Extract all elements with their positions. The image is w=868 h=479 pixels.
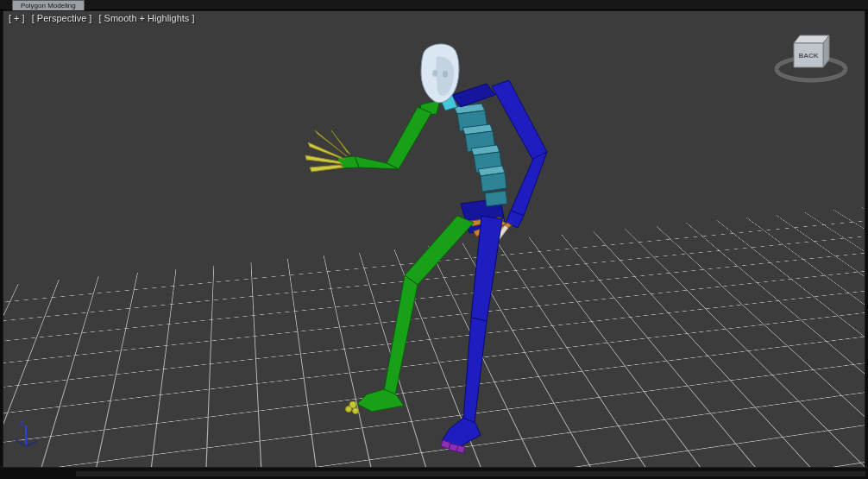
biped-left-leg[interactable] <box>357 216 474 412</box>
left-shin[interactable] <box>384 275 418 395</box>
left-thumb[interactable] <box>331 130 350 154</box>
left-upper-arm[interactable] <box>387 107 431 169</box>
spine-segment[interactable] <box>481 173 506 192</box>
status-strip-inner <box>76 471 865 476</box>
toe[interactable] <box>456 445 465 453</box>
left-foot[interactable] <box>357 389 404 412</box>
toe[interactable] <box>353 408 359 414</box>
axis-y-line <box>26 441 37 446</box>
face-shading <box>432 70 437 77</box>
biped-right-leg[interactable] <box>442 216 502 448</box>
main-window: BACK z Polygon Modeling [ + ] [ Perspect… <box>0 0 868 479</box>
biped-spine[interactable] <box>454 104 507 206</box>
axis-tripod: z <box>15 419 37 446</box>
right-upper-arm[interactable] <box>492 80 547 161</box>
biped-head[interactable] <box>421 44 459 103</box>
spine-segment[interactable] <box>485 191 507 206</box>
axis-x-line <box>15 439 26 446</box>
viewport-menu-general[interactable]: [ + ] <box>9 13 25 23</box>
left-thigh[interactable] <box>405 216 474 285</box>
ribbon-tab-polygon-modeling[interactable]: Polygon Modeling <box>12 0 85 10</box>
biped-character[interactable] <box>305 44 547 453</box>
biped-left-toes[interactable] <box>346 401 359 414</box>
scene-overlay: BACK z <box>0 0 868 479</box>
right-forearm[interactable] <box>511 152 547 216</box>
status-strip <box>0 467 868 479</box>
right-shin[interactable] <box>463 318 487 423</box>
viewcube-face-label[interactable]: BACK <box>798 52 818 60</box>
ribbon-strip: Polygon Modeling <box>0 0 868 10</box>
left-finger[interactable] <box>310 165 343 172</box>
viewport-label: [ + ] [ Perspective ] [ Smooth + Highlig… <box>9 13 198 23</box>
viewport-menu-shading[interactable]: [ Smooth + Highlights ] <box>98 13 194 23</box>
biped-clavicle-right[interactable] <box>452 84 495 107</box>
biped-left-arm[interactable] <box>337 107 431 169</box>
viewcube[interactable]: BACK <box>777 35 846 80</box>
toe[interactable] <box>346 407 352 413</box>
viewport-menu-pov[interactable]: [ Perspective ] <box>32 13 92 23</box>
face-shading <box>443 71 448 78</box>
axis-z-label: z <box>20 419 24 427</box>
